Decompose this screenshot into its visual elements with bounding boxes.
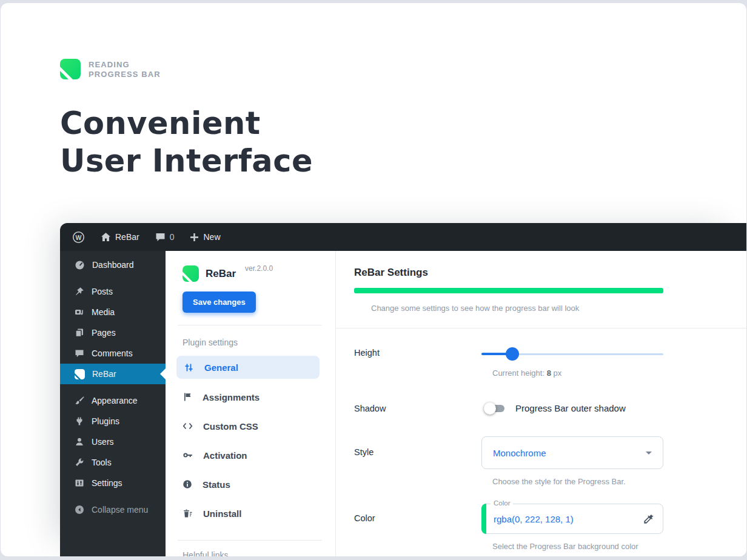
pin-icon (75, 287, 84, 296)
style-select[interactable]: Monochrome (481, 436, 663, 469)
height-label: Height (354, 348, 481, 358)
plugin-section-label: Plugin settings (183, 338, 320, 347)
helpful-links-label: Helpful links (183, 550, 320, 556)
sidebar-item-media[interactable]: Media (60, 302, 166, 322)
sidebar-label: Media (92, 307, 115, 317)
dashboard-icon (75, 260, 85, 270)
sidebar-label: Appearance (92, 396, 138, 405)
plus-icon (190, 233, 199, 242)
comments-menu[interactable]: 0 (155, 232, 175, 242)
sidebar-item-tools[interactable]: Tools (60, 452, 166, 473)
wp-logo-menu[interactable]: W (72, 231, 85, 244)
sidebar-separator (60, 275, 166, 281)
setting-row-color: Color Color rgba(0, 222, 128, 1) Select … (354, 504, 746, 551)
height-slider[interactable] (481, 347, 663, 361)
brand-line1: READING (89, 60, 161, 70)
brand: READING PROGRESS BAR (60, 59, 746, 79)
new-label: New (203, 232, 220, 242)
height-slider-thumb[interactable] (506, 347, 519, 361)
style-selected-value: Monochrome (493, 448, 546, 458)
sidebar-item-settings[interactable]: Settings (60, 473, 166, 493)
style-label: Style (354, 447, 481, 457)
toggle-knob (484, 402, 496, 415)
rebar-leaf-icon (75, 369, 85, 379)
sidebar-item-pages[interactable]: Pages (60, 322, 166, 343)
setting-row-shadow: Shadow Progress Bar outer shadow (354, 403, 746, 413)
settings-description: Change some settings to see how the prog… (371, 304, 746, 313)
wrench-icon (75, 458, 84, 467)
sidebar-item-plugins[interactable]: Plugins (60, 411, 166, 432)
tab-label: General (204, 362, 238, 373)
tab-status[interactable]: Status (183, 470, 320, 499)
hero-section: READING PROGRESS BAR Convenient User Int… (1, 3, 746, 180)
comment-icon (75, 349, 84, 358)
plugin-name: ReBar (206, 265, 236, 282)
sidebar-label: Posts (92, 287, 113, 296)
divider (178, 540, 322, 541)
color-caption: Select the Progress Bar background color (492, 542, 663, 551)
plugin-header: ReBar ver.2.0.0 (183, 265, 320, 282)
tab-label: Activation (203, 450, 247, 461)
svg-text:W: W (76, 233, 82, 241)
tab-general[interactable]: General (176, 356, 320, 379)
setting-row-style: Style Monochrome Choose the style for th… (354, 436, 746, 486)
divider (336, 328, 746, 328)
height-caption-prefix: Current height: (492, 368, 544, 378)
sidebar-item-collapse-menu[interactable]: Collapse menu (60, 499, 166, 520)
chevron-down-icon (646, 452, 652, 455)
color-value: rgba(0, 222, 128, 1) (494, 514, 574, 524)
settings-icon (75, 478, 84, 488)
sidebar-label: Pages (92, 328, 116, 338)
tab-uninstall[interactable]: Uninstall (183, 499, 320, 528)
sidebar-label: ReBar (92, 369, 116, 379)
sidebar-label: Settings (92, 478, 122, 488)
media-icon (75, 307, 84, 317)
sidebar-item-appearance[interactable]: Appearance (60, 390, 166, 411)
title-line2: User Interface (60, 143, 313, 179)
site-link[interactable]: ReBar (101, 232, 139, 242)
sidebar-separator (60, 493, 166, 499)
shadow-label: Shadow (354, 404, 481, 413)
tab-label: Status (203, 479, 230, 490)
height-value: 8 (547, 368, 551, 378)
settings-main: ReBar Settings Change some settings to s… (336, 251, 746, 556)
page-card: READING PROGRESS BAR Convenient User Int… (1, 3, 746, 556)
comment-icon (155, 233, 166, 242)
trash-sweep-icon (183, 508, 193, 518)
save-changes-button[interactable]: Save changes (183, 292, 256, 313)
plugin-version: ver.2.0.0 (245, 264, 273, 273)
color-input[interactable]: Color rgba(0, 222, 128, 1) (481, 504, 663, 534)
tab-custom-css[interactable]: Custom CSS (183, 412, 320, 441)
sidebar-item-comments[interactable]: Comments (60, 343, 166, 364)
code-icon (183, 422, 193, 430)
sidebar-item-users[interactable]: Users (60, 432, 166, 452)
new-menu[interactable]: New (190, 232, 220, 242)
collapse-icon (75, 505, 84, 515)
key-icon (183, 451, 193, 459)
tab-label: Assignments (203, 392, 260, 402)
tab-activation[interactable]: Activation (183, 441, 320, 470)
title-line1: Convenient (60, 105, 261, 141)
site-name: ReBar (115, 232, 139, 242)
shadow-toggle[interactable] (486, 405, 504, 412)
settings-title: ReBar Settings (354, 267, 746, 279)
tab-label: Uninstall (203, 508, 241, 519)
rebar-logo-icon (60, 59, 81, 79)
height-caption: Current height: 8 px (492, 368, 663, 378)
sidebar-item-posts[interactable]: Posts (60, 281, 166, 302)
color-field-label: Color (491, 499, 513, 507)
wp-sidebar: Dashboard Posts Media (60, 251, 166, 556)
sidebar-item-dashboard[interactable]: Dashboard (60, 255, 166, 275)
sidebar-label: Comments (92, 348, 133, 358)
setting-row-height: Height Current height: 8 px (354, 348, 746, 378)
shadow-toggle-label: Progress Bar outer shadow (515, 403, 626, 413)
user-icon (75, 437, 84, 447)
wp-admin-bar: W ReBar 0 New (60, 223, 746, 251)
divider (178, 325, 322, 325)
eyedropper-icon[interactable] (643, 513, 654, 525)
sidebar-item-rebar[interactable]: ReBar (60, 364, 166, 384)
color-label: Color (354, 513, 481, 523)
tab-assignments[interactable]: Assignments (183, 382, 320, 412)
progress-bar-preview (354, 288, 663, 293)
info-icon (183, 479, 192, 489)
